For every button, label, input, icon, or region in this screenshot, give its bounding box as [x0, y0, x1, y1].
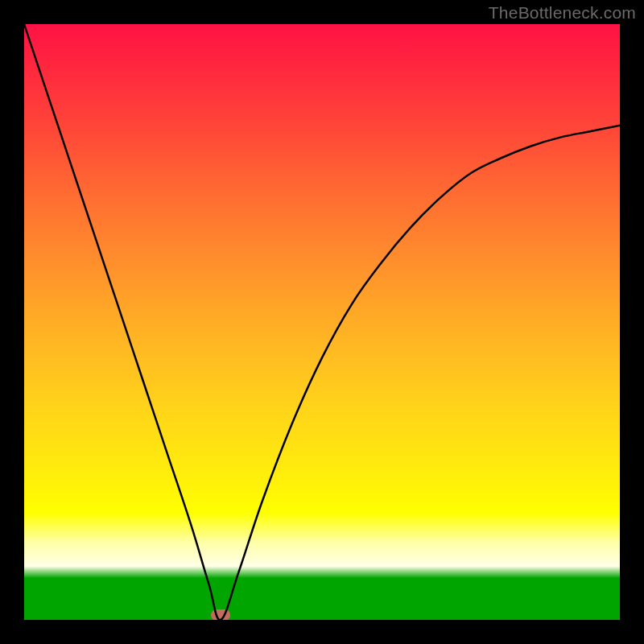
- plot-area: [24, 24, 620, 620]
- watermark-text: TheBottleneck.com: [489, 3, 636, 23]
- bottleneck-curve-path: [24, 24, 620, 620]
- chart-container: TheBottleneck.com: [0, 0, 644, 644]
- bottleneck-curve-svg: [24, 24, 620, 620]
